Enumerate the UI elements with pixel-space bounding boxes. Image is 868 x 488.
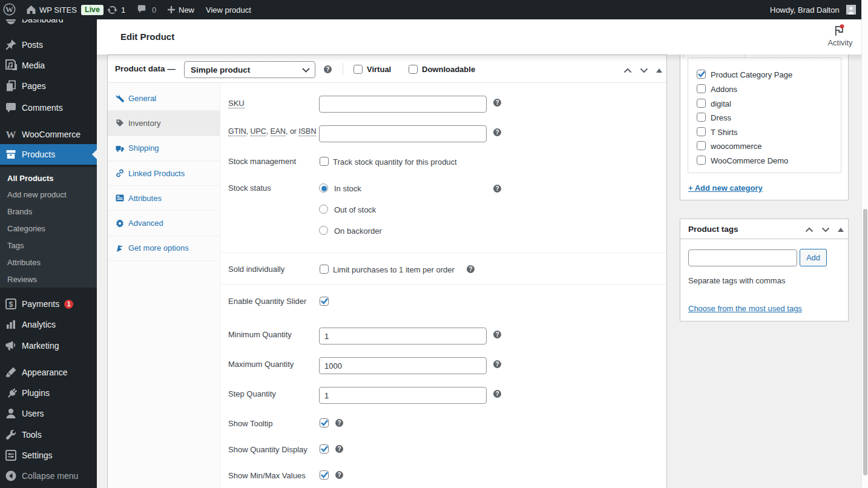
svg-text:W: W [5, 5, 13, 14]
svg-text:$: $ [9, 300, 13, 309]
svg-text:W: W [6, 129, 16, 140]
